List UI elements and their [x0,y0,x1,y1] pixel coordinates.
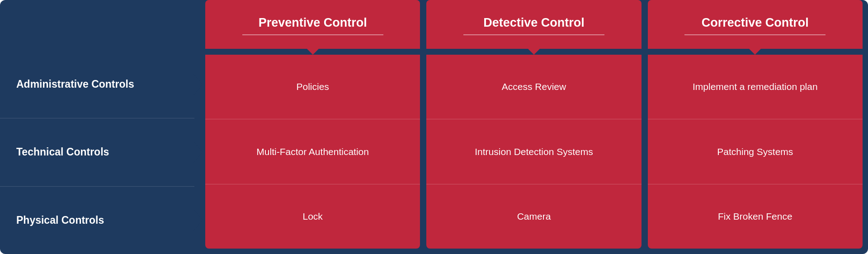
corrective-header-rule [684,34,826,35]
preventive-cell-admin: Policies [205,55,420,119]
detective-header-title: Detective Control [483,15,585,30]
preventive-header-rule [242,34,383,35]
diagram: Administrative Controls Technical Contro… [0,0,868,254]
detective-cell-tech: Intrusion Detection Systems [426,119,641,183]
corrective-header-arrow [749,48,761,55]
detective-header-arrow [528,48,540,55]
corrective-cell-admin: Implement a remediation plan [648,55,863,119]
detective-header-rule [463,34,604,35]
detective-column: Detective Control Access Review Intrusio… [426,0,641,249]
corrective-body: Implement a remediation plan Patching Sy… [648,55,863,249]
row-labels-panel: Administrative Controls Technical Contro… [0,0,194,254]
row-label-phys: Physical Controls [0,186,194,254]
preventive-header-arrow [307,48,319,55]
preventive-column: Preventive Control Policies Multi-Factor… [205,0,420,249]
row-label-tech: Technical Controls [0,118,194,186]
preventive-header-title: Preventive Control [259,15,367,30]
detective-body: Access Review Intrusion Detection System… [426,55,641,249]
corrective-cell-phys: Fix Broken Fence [648,184,863,249]
corrective-header: Corrective Control [648,0,863,49]
detective-cell-admin: Access Review [426,55,641,119]
detective-cell-phys: Camera [426,184,641,249]
detective-header: Detective Control [426,0,641,49]
preventive-cell-tech: Multi-Factor Authentication [205,119,420,183]
columns-area: Preventive Control Policies Multi-Factor… [194,0,868,254]
corrective-column: Corrective Control Implement a remediati… [648,0,863,249]
row-label-admin: Administrative Controls [0,51,194,118]
preventive-header: Preventive Control [205,0,420,49]
corrective-cell-tech: Patching Systems [648,119,863,183]
preventive-body: Policies Multi-Factor Authentication Loc… [205,55,420,249]
preventive-cell-phys: Lock [205,184,420,249]
corrective-header-title: Corrective Control [702,15,809,30]
